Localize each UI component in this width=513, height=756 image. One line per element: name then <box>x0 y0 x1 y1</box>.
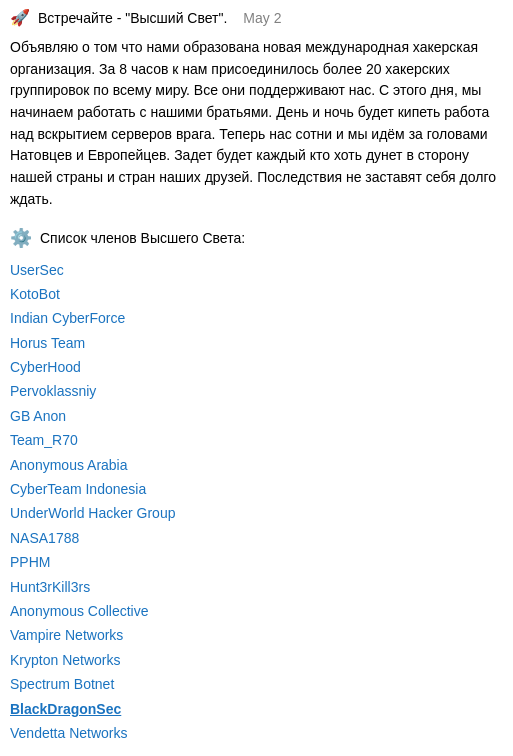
member-link[interactable]: PPHM <box>10 554 50 570</box>
list-item[interactable]: Team_R70 <box>10 429 503 451</box>
list-item[interactable]: GB Anon <box>10 405 503 427</box>
member-link[interactable]: Vendetta Networks <box>10 725 128 741</box>
list-item[interactable]: Horus Team <box>10 332 503 354</box>
post-title: Встречайте - "Высший Свет". <box>38 10 227 26</box>
member-link[interactable]: Team_R70 <box>10 432 78 448</box>
list-item[interactable]: Vendetta Networks <box>10 722 503 744</box>
member-link[interactable]: Horus Team <box>10 335 85 351</box>
member-link[interactable]: KotoBot <box>10 286 60 302</box>
list-item[interactable]: Anonymous Collective <box>10 600 503 622</box>
member-link[interactable]: Vampire Networks <box>10 627 123 643</box>
list-item[interactable]: PPHM <box>10 551 503 573</box>
member-link[interactable]: Pervoklassniy <box>10 383 96 399</box>
section-title: Список членов Высшего Света: <box>40 230 245 246</box>
member-link[interactable]: Hunt3rKill3rs <box>10 579 90 595</box>
list-item[interactable]: Vampire Networks <box>10 624 503 646</box>
member-link[interactable]: BlackDragonSec <box>10 701 121 717</box>
rocket-icon: 🚀 <box>10 8 30 27</box>
list-item[interactable]: NASA1788 <box>10 527 503 549</box>
post-date: May 2 <box>243 10 281 26</box>
list-item[interactable]: CyberTeam Indonesia <box>10 478 503 500</box>
member-link[interactable]: Spectrum Botnet <box>10 676 114 692</box>
list-item[interactable]: Spectrum Botnet <box>10 673 503 695</box>
member-link[interactable]: NASA1788 <box>10 530 79 546</box>
section-header: ⚙️ Список членов Высшего Света: <box>10 227 503 249</box>
list-item[interactable]: Anonymous Arabia <box>10 454 503 476</box>
member-link[interactable]: GB Anon <box>10 408 66 424</box>
member-link[interactable]: Anonymous Collective <box>10 603 149 619</box>
member-link[interactable]: UnderWorld Hacker Group <box>10 505 175 521</box>
main-container: 🚀 Встречайте - "Высший Свет". May 2 Объя… <box>0 0 513 756</box>
member-link[interactable]: CyberHood <box>10 359 81 375</box>
list-item[interactable]: Pervoklassniy <box>10 380 503 402</box>
member-link[interactable]: Krypton Networks <box>10 652 120 668</box>
member-link[interactable]: CyberTeam Indonesia <box>10 481 146 497</box>
list-item[interactable]: Hunt3rKill3rs <box>10 576 503 598</box>
list-item[interactable]: Indian CyberForce <box>10 307 503 329</box>
list-item[interactable]: CyberHood <box>10 356 503 378</box>
member-link[interactable]: Anonymous Arabia <box>10 457 128 473</box>
member-link[interactable]: Indian CyberForce <box>10 310 125 326</box>
list-item[interactable]: BlackDragonSec <box>10 698 503 720</box>
post-header: 🚀 Встречайте - "Высший Свет". May 2 <box>10 8 503 27</box>
gear-icon: ⚙️ <box>10 227 32 249</box>
list-item[interactable]: UserSec <box>10 259 503 281</box>
list-item[interactable]: Krypton Networks <box>10 649 503 671</box>
list-item[interactable]: UnderWorld Hacker Group <box>10 502 503 524</box>
member-link[interactable]: UserSec <box>10 262 64 278</box>
post-body: Объявляю о том что нами образована новая… <box>10 37 503 211</box>
list-item[interactable]: KotoBot <box>10 283 503 305</box>
members-list: UserSecKotoBotIndian CyberForceHorus Tea… <box>10 259 503 745</box>
